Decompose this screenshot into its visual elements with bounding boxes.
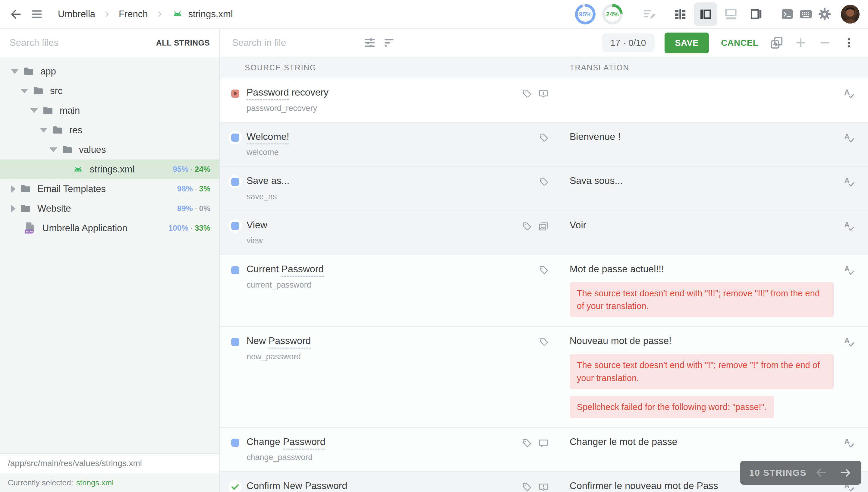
source-string-text: Change Password bbox=[247, 436, 517, 448]
translation-cell[interactable]: A bbox=[558, 78, 868, 122]
string-row-password_recovery[interactable]: Password recoverypassword_recoveryA bbox=[220, 78, 868, 123]
tree-item-email-templates[interactable]: Email Templates98%·3% bbox=[0, 179, 220, 199]
expand-arrow-icon[interactable] bbox=[11, 69, 19, 74]
file-path: /app/src/main/res/values/strings.xml bbox=[0, 453, 220, 473]
expand-arrow-icon[interactable] bbox=[40, 128, 48, 133]
tag-icon[interactable] bbox=[521, 88, 532, 99]
svg-text:A: A bbox=[844, 221, 850, 229]
terminology-term: Password bbox=[305, 480, 348, 492]
sliders-icon bbox=[363, 36, 377, 49]
tag-icon[interactable] bbox=[521, 438, 532, 449]
more-options-button[interactable] bbox=[841, 35, 857, 51]
translation-cell[interactable]: Mot de passe actuel!!!The source text do… bbox=[558, 255, 868, 326]
topbar: Umbrella French strings.xml 95% bbox=[0, 0, 868, 29]
source-cell: Viewview bbox=[220, 211, 558, 255]
spellcheck-icon[interactable]: A bbox=[843, 335, 856, 349]
collapse-arrow-icon[interactable] bbox=[11, 205, 16, 213]
expand-arrow-icon[interactable] bbox=[49, 147, 57, 152]
translated-progress-ring[interactable]: 95% bbox=[575, 4, 595, 24]
tag-icon[interactable] bbox=[538, 337, 549, 347]
tag-icon[interactable] bbox=[538, 176, 549, 187]
keyboard-icon bbox=[799, 6, 813, 22]
translation-cell[interactable]: VoirA bbox=[558, 211, 868, 255]
view-mode-table-button[interactable] bbox=[668, 2, 692, 26]
cancel-button[interactable]: CANCEL bbox=[721, 38, 758, 48]
tree-item-main[interactable]: main bbox=[0, 101, 220, 120]
tree-item-strings-xml[interactable]: strings.xml95%·24% bbox=[0, 159, 220, 179]
tree-item-website[interactable]: Website89%·0% bbox=[0, 199, 220, 218]
comment-icon[interactable] bbox=[538, 438, 549, 449]
pagination-prev-button[interactable] bbox=[814, 466, 827, 479]
tag-icon[interactable] bbox=[538, 132, 549, 143]
breadcrumb-file[interactable]: strings.xml bbox=[172, 8, 233, 20]
translation-cell[interactable]: Sava sous...A bbox=[558, 167, 868, 211]
display-settings-button[interactable] bbox=[362, 35, 378, 51]
grid-header: SOURCE STRING TRANSLATION bbox=[220, 57, 868, 78]
pagination-next-button[interactable] bbox=[839, 466, 852, 479]
filter-strings-button[interactable] bbox=[381, 35, 397, 51]
zoom-in-button[interactable] bbox=[793, 35, 809, 51]
side-by-side-view-icon bbox=[698, 7, 713, 21]
breadcrumb-language[interactable]: French bbox=[119, 9, 148, 20]
back-button[interactable] bbox=[8, 7, 23, 21]
view-mode-side-by-side-button[interactable] bbox=[694, 2, 717, 26]
tasks-edit-button[interactable] bbox=[642, 7, 657, 21]
spellcheck-icon[interactable]: A bbox=[843, 264, 856, 277]
spellcheck-icon[interactable]: A bbox=[843, 219, 856, 233]
string-indicator-icons bbox=[517, 482, 549, 492]
tag-icon[interactable] bbox=[521, 221, 532, 232]
unresolved-issue-icon[interactable] bbox=[538, 88, 549, 99]
screenshot-icon[interactable] bbox=[538, 221, 549, 232]
tree-item-res[interactable]: res bbox=[0, 120, 220, 140]
tree-item-src[interactable]: src bbox=[0, 81, 220, 101]
translation-text: Mot de passe actuel!!! bbox=[570, 263, 832, 275]
expand-arrow-icon[interactable] bbox=[30, 108, 38, 113]
view-mode-bottom-panel-button[interactable] bbox=[719, 2, 743, 26]
unresolved-issue-icon[interactable] bbox=[538, 482, 549, 492]
spellcheck-icon[interactable]: A bbox=[843, 436, 856, 450]
settings-button[interactable] bbox=[817, 7, 832, 21]
copy-source-button[interactable] bbox=[769, 35, 785, 51]
search-files-input[interactable] bbox=[10, 38, 156, 48]
breadcrumb-project[interactable]: Umbrella bbox=[58, 9, 95, 20]
keyboard-shortcuts-button[interactable] bbox=[799, 7, 813, 21]
string-indicator-icons bbox=[534, 265, 549, 275]
tag-icon[interactable] bbox=[521, 482, 532, 492]
tag-icon[interactable] bbox=[538, 265, 549, 275]
string-row-view[interactable]: ViewviewVoirA bbox=[220, 211, 868, 255]
approved-progress-ring[interactable]: 24% bbox=[602, 4, 623, 24]
file-progress-stats: 89%·0% bbox=[171, 204, 210, 213]
zoom-out-button[interactable] bbox=[817, 35, 833, 51]
source-cell: Confirm New Passwordconfirm_password bbox=[220, 472, 558, 492]
string-row-save_as[interactable]: Save as...save_asSava sous...A bbox=[220, 167, 868, 211]
terminology-term: Password bbox=[247, 87, 289, 100]
string-row-welcome[interactable]: Welcome!welcomeBienvenue !A bbox=[220, 123, 868, 167]
collapse-arrow-icon[interactable] bbox=[11, 185, 16, 193]
tree-item-values[interactable]: values bbox=[0, 140, 220, 159]
expand-arrow-icon[interactable] bbox=[21, 89, 28, 94]
tree-item-umbrella-application[interactable]: JSONUmbrella Application100%·33% bbox=[0, 218, 220, 238]
avatar[interactable] bbox=[841, 5, 860, 24]
spellcheck-icon[interactable]: A bbox=[843, 87, 856, 101]
string-row-current_password[interactable]: Current Passwordcurrent_passwordMot de p… bbox=[220, 255, 868, 327]
string-key: view bbox=[247, 236, 517, 245]
pagination-label: 10 STRINGS bbox=[749, 468, 807, 478]
status-untranslated-icon bbox=[228, 264, 242, 277]
table-view-icon bbox=[673, 7, 687, 21]
save-button[interactable]: SAVE bbox=[665, 32, 709, 53]
spellcheck-icon[interactable]: A bbox=[843, 175, 856, 189]
search-in-file-input[interactable] bbox=[232, 38, 362, 48]
spellcheck-icon[interactable]: A bbox=[843, 131, 856, 145]
breadcrumb: Umbrella French strings.xml bbox=[58, 8, 233, 20]
string-row-new_password[interactable]: New Passwordnew_passwordNouveau mot de p… bbox=[220, 327, 868, 427]
menu-button[interactable] bbox=[29, 7, 44, 21]
translation-cell[interactable]: Nouveau mot de passe!The source text doe… bbox=[558, 327, 868, 427]
view-mode-right-panel-button[interactable] bbox=[744, 2, 768, 26]
tree-item-app[interactable]: app bbox=[0, 62, 220, 81]
all-strings-button[interactable]: ALL STRINGS bbox=[156, 38, 210, 48]
tree-item-label: src bbox=[50, 85, 62, 96]
currently-selected-file-link[interactable]: strings.xml bbox=[76, 478, 113, 488]
translation-cell[interactable]: Bienvenue !A bbox=[558, 123, 868, 166]
svg-text:JSON: JSON bbox=[25, 230, 33, 233]
console-button[interactable] bbox=[780, 7, 794, 21]
